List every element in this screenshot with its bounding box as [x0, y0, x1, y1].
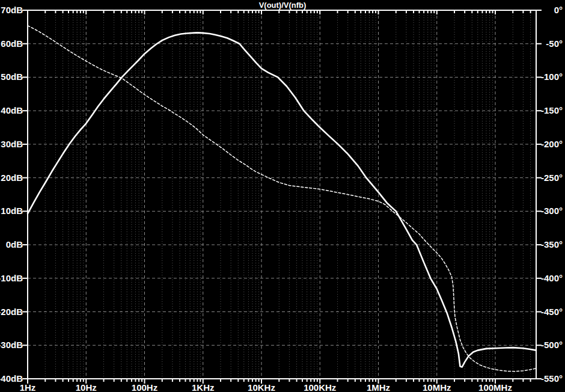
y-right-tick-label: -450°: [541, 307, 563, 317]
x-tick-label: 100MHz: [478, 382, 512, 392]
grid-major-vertical: [86, 10, 495, 379]
bode-plot: 70dB60dB50dB40dB30dB20dB10dB0dB-10dB-20d…: [0, 0, 565, 392]
waveform-viewer-pane: V(out)/V(nfb) 70dB60dB50dB40dB30dB20dB10…: [0, 0, 565, 392]
x-tick-label: 1KHz: [192, 382, 215, 392]
x-tick-label: 1Hz: [20, 382, 36, 392]
y-right-tick-label: -350°: [541, 239, 563, 250]
x-tick-labels: 1Hz10Hz100Hz1KHz10KHz100KHz1MHz10MHz100M…: [20, 382, 512, 392]
y-left-tick-label: -20dB: [0, 307, 23, 317]
y-left-tick-label: 60dB: [1, 38, 23, 49]
y-left-tick-label: -10dB: [0, 273, 23, 283]
grid-major-horizontal: [28, 44, 536, 346]
plot-border: [28, 10, 536, 379]
plot-title: V(out)/V(nfb): [0, 1, 565, 10]
x-axis-ticks: [28, 10, 531, 384]
y-left-tick-label: 40dB: [1, 105, 23, 115]
y-left-tick-label: 30dB: [1, 139, 23, 149]
y-right-tick-label: -500°: [541, 340, 563, 350]
y-axis-ticks: [22, 10, 542, 379]
y-left-tick-label: 20dB: [1, 173, 23, 183]
y-right-tick-label: -100°: [541, 72, 563, 82]
y-right-tick-label: -200°: [541, 139, 563, 149]
y-left-tick-labels: 70dB60dB50dB40dB30dB20dB10dB0dB-10dB-20d…: [0, 5, 23, 384]
grid-minor-vertical: [45, 10, 530, 379]
x-tick-label: 100Hz: [132, 382, 157, 392]
y-right-tick-labels: 0°-50°-100°-150°-200°-250°-300°-350°-400…: [541, 5, 563, 384]
y-right-tick-label: -550°: [541, 373, 563, 384]
x-tick-label: 10KHz: [248, 382, 275, 392]
y-right-tick-label: -150°: [541, 105, 563, 115]
x-tick-label: 1MHz: [367, 382, 390, 392]
x-tick-label: 100KHz: [304, 382, 336, 392]
y-left-tick-label: 50dB: [1, 72, 23, 82]
x-tick-label: 10Hz: [76, 382, 97, 392]
y-left-tick-label: 0dB: [6, 239, 23, 250]
x-tick-label: 10MHz: [423, 382, 451, 392]
y-left-tick-label: -30dB: [0, 340, 23, 350]
y-right-tick-label: -400°: [541, 273, 563, 283]
y-right-tick-label: -300°: [541, 206, 563, 216]
y-right-tick-label: -250°: [541, 173, 563, 183]
y-right-tick-label: -50°: [546, 38, 563, 49]
y-left-tick-label: 10dB: [1, 206, 23, 216]
